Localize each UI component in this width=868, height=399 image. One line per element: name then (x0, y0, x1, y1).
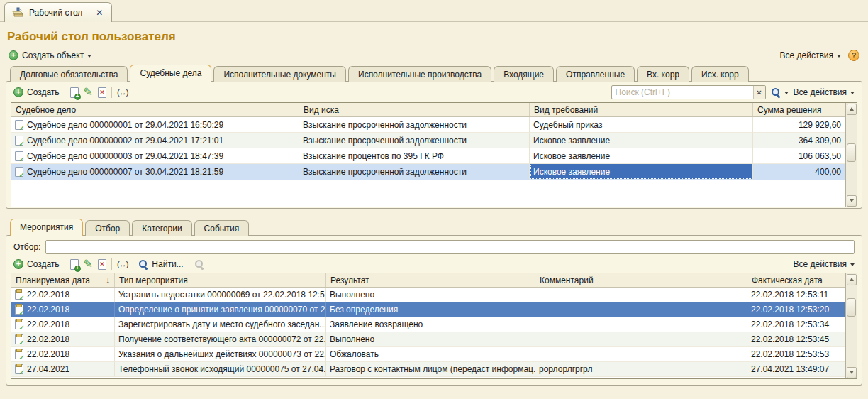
edit-pencil-icon[interactable] (84, 259, 93, 269)
main-tab-2[interactable]: Судебные дела (130, 65, 211, 82)
help-icon[interactable]: ? (848, 50, 859, 61)
table-row[interactable]: 22.02.2018Зарегистрировать дату и место … (11, 317, 845, 332)
column-header[interactable]: Вид иска (299, 103, 530, 116)
cell[interactable]: Судебное дело 000000001 от 29.04.2021 16… (11, 117, 299, 133)
main-tab-1[interactable]: Долговые обязательства (10, 66, 128, 82)
detail-tab-2[interactable]: Отбор (85, 220, 130, 236)
cell[interactable]: Выполнено (326, 332, 535, 347)
cell[interactable] (535, 317, 747, 332)
cell[interactable]: 22.02.2018 (11, 288, 115, 302)
main-tab-3[interactable]: Исполнительные документы (213, 66, 346, 82)
column-header[interactable]: Комментарий (535, 273, 747, 287)
column-width-icon[interactable]: (↔) (117, 88, 128, 97)
clear-search-icon[interactable]: ✕ (753, 86, 765, 99)
page-all-actions-button[interactable]: Все действия (780, 50, 841, 60)
cell[interactable]: Заявление возвращено (326, 317, 535, 332)
table-row[interactable]: 27.04.2021Телефонный звонок исходящий 00… (11, 362, 845, 377)
cell[interactable]: 22.02.2018 12:53:34 (747, 317, 845, 332)
cell[interactable]: Указания о дальнейших действиях 00000007… (115, 347, 326, 362)
cell[interactable]: Получение соответствующего акта 00000007… (115, 332, 326, 347)
cell[interactable]: 27.04.2021 13:49:07 (747, 362, 845, 377)
cell[interactable]: Без определения (326, 302, 535, 317)
table-row[interactable]: 22.02.2018Получение соответствующего акт… (11, 332, 845, 347)
scroll-up-icon[interactable] (847, 104, 857, 115)
delete-item-icon[interactable] (98, 87, 106, 98)
cell[interactable]: Разговор с контактным лицом (передаст ин… (326, 362, 535, 377)
cell[interactable]: 400,00 (753, 164, 845, 180)
cell[interactable] (535, 332, 747, 347)
cell[interactable]: 22.02.2018 12:53:11 (747, 288, 845, 302)
cell[interactable]: 22.02.2018 (11, 332, 115, 347)
cell[interactable]: Выполнено (326, 288, 535, 302)
column-header[interactable]: Вид требований (530, 103, 753, 116)
cell[interactable]: Определение о принятии заявления 0000000… (115, 302, 326, 317)
table-row[interactable]: Судебное дело 000000001 от 29.04.2021 16… (11, 117, 845, 133)
column-header[interactable]: Тип мероприятия (115, 273, 326, 287)
search-menu-button[interactable] (771, 87, 789, 97)
column-header[interactable]: Сумма решения (753, 103, 845, 116)
cell[interactable]: 27.04.2021 (11, 362, 115, 377)
events-all-actions-button[interactable]: Все действия (794, 259, 855, 269)
main-tab-5[interactable]: Входящие (494, 66, 554, 82)
scroll-track[interactable] (846, 115, 857, 195)
filter-input[interactable] (45, 240, 855, 254)
cell[interactable]: Взыскание процентов по 395 ГК РФ (299, 148, 530, 164)
window-tab-desktop[interactable]: Рабочий стол ✕ (4, 2, 112, 22)
cell[interactable]: Исковое заявление (530, 133, 753, 148)
cell[interactable]: Судебный приказ (530, 117, 753, 133)
column-header[interactable]: Планируемая дата↓ (11, 273, 115, 287)
find-button[interactable]: Найти... (138, 259, 183, 269)
cases-all-actions-button[interactable]: Все действия (794, 87, 855, 97)
cell[interactable]: 22.02.2018 (11, 302, 115, 317)
cell[interactable]: Устранить недостатки 000000069 от 22.02.… (115, 288, 326, 302)
cell[interactable]: 22.02.2018 (11, 347, 115, 362)
cell[interactable]: 364 309,00 (753, 133, 845, 148)
cell[interactable]: Исковое заявление (530, 148, 753, 164)
column-header[interactable]: Судебное дело (11, 103, 299, 116)
cell[interactable] (535, 347, 747, 362)
column-width-icon[interactable]: (↔) (117, 260, 128, 268)
cell[interactable]: Судебное дело 000000007 от 30.04.2021 18… (11, 164, 299, 180)
cell[interactable]: Зарегистрировать дату и место судебного … (115, 317, 326, 332)
scroll-thumb[interactable] (847, 298, 856, 317)
cases-scrollbar[interactable] (845, 103, 857, 207)
cell[interactable]: 129 929,60 (753, 117, 845, 133)
create-case-button[interactable]: Создать (13, 87, 60, 97)
cell[interactable]: Обжаловать (326, 347, 535, 362)
main-tab-4[interactable]: Исполнительные производства (348, 66, 491, 82)
cell[interactable]: 22.02.2018 12:53:45 (747, 332, 845, 347)
column-header[interactable]: Результат (326, 273, 535, 287)
cell[interactable] (535, 288, 747, 302)
scroll-down-icon[interactable] (847, 367, 857, 378)
delete-item-icon[interactable] (98, 259, 106, 270)
events-scrollbar[interactable] (845, 273, 857, 378)
detail-tab-3[interactable]: Категории (132, 220, 191, 236)
cell[interactable]: 22.02.2018 12:53:53 (747, 347, 845, 362)
search-input[interactable] (612, 87, 753, 97)
cell[interactable]: 22.02.2018 12:53:20 (747, 302, 845, 317)
cell[interactable]: рорлорлгргрл (535, 362, 747, 377)
cell[interactable]: Телефонный звонок исходящий 000000075 от… (115, 362, 326, 377)
cell[interactable]: 106 063,50 (753, 148, 845, 164)
table-row[interactable]: 22.02.2018Определение о принятии заявлен… (11, 302, 845, 317)
main-tab-8[interactable]: Исх. корр (691, 66, 749, 82)
detail-tab-4[interactable]: События (194, 220, 250, 236)
create-object-button[interactable]: Создать объект (9, 50, 91, 60)
cell[interactable]: Судебное дело 000000002 от 29.04.2021 17… (11, 133, 299, 148)
detail-tab-1[interactable]: Мероприятия (10, 219, 83, 236)
scroll-track[interactable] (846, 285, 857, 367)
column-header[interactable]: Фактическая дата (747, 273, 845, 287)
scroll-down-icon[interactable] (847, 195, 857, 207)
table-row[interactable]: 22.02.2018Указания о дальнейших действия… (11, 347, 845, 362)
table-row[interactable]: Судебное дело 000000002 от 29.04.2021 17… (11, 133, 845, 148)
table-row[interactable]: 22.02.2018Устранить недостатки 000000069… (11, 288, 845, 302)
cell[interactable] (535, 302, 747, 317)
main-tab-7[interactable]: Вх. корр (637, 66, 689, 82)
copy-item-icon[interactable] (70, 87, 79, 98)
cell[interactable]: Судебное дело 000000003 от 29.04.2021 18… (11, 148, 299, 164)
scroll-thumb[interactable] (847, 143, 856, 162)
table-row[interactable]: Судебное дело 000000003 от 29.04.2021 18… (11, 148, 845, 164)
scroll-up-icon[interactable] (847, 274, 857, 285)
table-row[interactable]: Судебное дело 000000007 от 30.04.2021 18… (11, 164, 845, 180)
cell[interactable]: 22.02.2018 (11, 317, 115, 332)
